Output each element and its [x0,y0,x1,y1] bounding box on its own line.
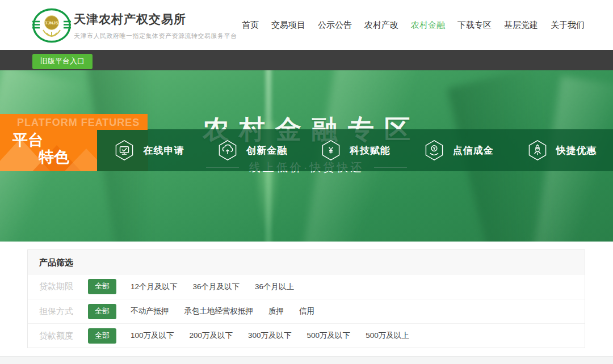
filter-row-label: 贷款期限 [39,281,75,292]
all-option-button[interactable]: 全部 [88,279,116,294]
filter-option[interactable]: 100万及以下 [131,331,174,341]
feature-label: 在线申请 [143,144,184,157]
nav-item-downloads[interactable]: 下载专区 [457,20,492,31]
filter-row-loan-term: 贷款期限 全部 12个月及以下 36个月及以下 36个月以上 [28,274,585,299]
all-option-button[interactable]: 全部 [88,304,116,319]
platform-features-ribbon: 平台 特色 [0,129,97,171]
logo-text: TJNJS [45,20,58,26]
filter-option[interactable]: 200万及以下 [190,331,233,341]
coin-hand-icon [423,139,446,162]
filter-option[interactable]: 12个月及以下 [131,282,178,292]
nav-item-party-building[interactable]: 基层党建 [504,20,538,31]
filter-row-loan-amount: 贷款额度 全部 100万及以下 200万及以下 300万及以下 500万及以下 … [28,323,585,348]
filter-row-label: 贷款额度 [39,331,75,341]
all-option-button[interactable]: 全部 [88,328,116,344]
filter-option[interactable]: 36个月以上 [255,282,294,292]
filter-option[interactable]: 质押 [268,306,284,316]
filter-options: 100万及以下 200万及以下 300万及以下 500万及以下 500万及以上 [131,331,409,341]
filter-option[interactable]: 36个月及以下 [193,282,240,292]
nav-item-announcements[interactable]: 公示公告 [318,20,352,31]
old-platform-entry-button[interactable]: 旧版平台入口 [32,54,93,69]
cloud-upload-icon [216,139,239,162]
feature-item-credit-to-gold[interactable]: 点信成金 [406,129,510,171]
filter-options: 12个月及以下 36个月及以下 36个月以上 [131,282,294,292]
top-utility-bar: 旧版平台入口 [0,50,613,70]
footer-strip [0,356,613,364]
filter-option[interactable]: 500万及以上 [366,331,409,341]
platform-features-en-label: PLATFORM FEATURES [0,114,148,129]
filter-option[interactable]: 500万及以下 [307,331,351,341]
brand-text: 天津农村产权交易所 天津市人民政府唯一指定集体资产资源流转交易服务平台 [74,11,237,40]
header: TJNJS 天津农村产权交易所 天津市人民政府唯一指定集体资产资源流转交易服务平… [0,0,613,50]
monitor-check-icon [113,139,136,162]
nav-item-about-us[interactable]: 关于我们 [551,20,585,31]
page: TJNJS 天津农村产权交易所 天津市人民政府唯一指定集体资产资源流转交易服务平… [0,0,613,364]
nav-item-rural-finance[interactable]: 农村金融 [411,20,445,31]
nav-item-projects[interactable]: 交易项目 [271,20,305,31]
filter-row-label: 担保方式 [39,306,75,317]
product-filter-card: 产品筛选 贷款期限 全部 12个月及以下 36个月及以下 36个月以上 担保方式… [27,249,585,348]
filter-option[interactable]: 不动产抵押 [131,306,169,316]
feature-label: 快捷优惠 [556,144,597,157]
yen-circle-icon [320,139,342,162]
platform-features-band: PLATFORM FEATURES [0,114,148,130]
filter-option[interactable]: 信用 [299,306,314,316]
main-nav: 首页 交易项目 公示公告 农村产改 农村金融 下载专区 基层党建 关于我们 [242,0,585,50]
nav-item-rural-reform[interactable]: 农村产改 [364,20,398,31]
nav-item-home[interactable]: 首页 [242,20,259,31]
feature-item-tech-empowerment[interactable]: 科技赋能 [304,129,407,171]
filter-option[interactable]: 300万及以下 [248,331,292,341]
feature-item-fast-discount[interactable]: 快捷优惠 [510,129,613,171]
rocket-icon [526,139,549,162]
filter-options: 不动产抵押 承包土地经营权抵押 质押 信用 [131,306,314,316]
exchange-logo-icon: TJNJS [32,7,72,44]
feature-item-online-apply[interactable]: 在线申请 [97,129,200,171]
site-subtitle: 天津市人民政府唯一指定集体资产资源流转交易服务平台 [74,32,237,40]
feature-label: 创新金融 [246,144,287,157]
feature-label: 点信成金 [453,144,494,157]
site-title: 天津农村产权交易所 [74,11,237,27]
feature-label: 科技赋能 [350,144,391,157]
ribbon-cn-line2: 特色 [39,147,69,167]
filter-option[interactable]: 承包土地经营权抵押 [184,306,254,316]
filter-row-guarantee-type: 担保方式 全部 不动产抵押 承包土地经营权抵押 质押 信用 [28,299,585,323]
feature-bar: 在线申请 创新金融 科技赋能 [97,129,613,171]
filter-card-title: 产品筛选 [28,250,585,274]
feature-item-innovative-finance[interactable]: 创新金融 [200,129,304,171]
